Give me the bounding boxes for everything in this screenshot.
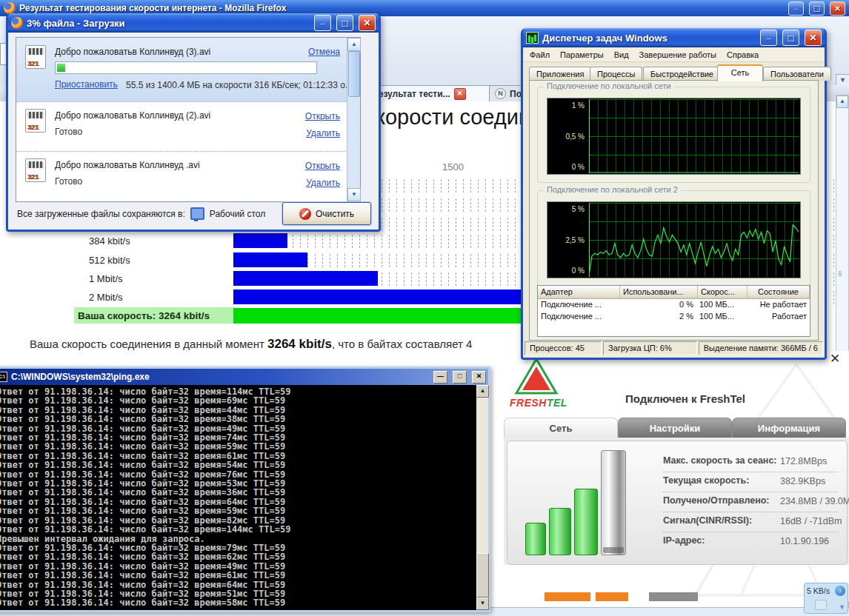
menu-view[interactable]: Вид bbox=[609, 50, 634, 59]
download-item[interactable]: Добро пожаловатьв Коллинвуд (2).avi Гото… bbox=[16, 101, 347, 152]
downloads-title: 3% файла - Загрузки bbox=[27, 18, 309, 29]
close-icon[interactable]: ✕ bbox=[828, 352, 842, 366]
task-manager-titlebar[interactable]: Диспетчер задач Windows bbox=[523, 28, 825, 47]
table-row[interactable]: Подключение ... 2 % 100 МБ... Работает bbox=[538, 311, 810, 323]
tab-network[interactable]: Сеть bbox=[717, 64, 763, 81]
col-speed[interactable]: Скорос... bbox=[698, 286, 748, 299]
open-link[interactable]: Открыть bbox=[305, 161, 340, 171]
stat-label: IP-адрес: bbox=[663, 535, 705, 546]
console-scrollbar[interactable]: ▲ ▼ bbox=[476, 385, 488, 610]
downloads-titlebar[interactable]: 3% файла - Загрузки bbox=[8, 13, 379, 33]
bar-2mbit bbox=[233, 289, 522, 304]
download-arrow-icon[interactable]: ↓ bbox=[835, 586, 845, 596]
open-link[interactable]: Открыть bbox=[305, 111, 340, 121]
lan2-group-title: Подключение по локальной сети 2 bbox=[544, 185, 681, 194]
delete-link[interactable]: Удалить bbox=[306, 178, 340, 188]
menu-help[interactable]: Справка bbox=[722, 50, 764, 59]
col-utilization[interactable]: Использовани... bbox=[620, 286, 698, 299]
close-button[interactable] bbox=[805, 30, 822, 46]
minimize-button[interactable] bbox=[788, 1, 804, 16]
console-titlebar[interactable]: C:\ C:\WINDOWS\system32\ping.exe — □ ✕ bbox=[0, 369, 488, 385]
scroll-down-icon[interactable]: ▼ bbox=[476, 597, 489, 610]
adapters-table: Адаптер Использовани... Скорос... Состоя… bbox=[537, 285, 810, 337]
lan1-graph: 1 % 0,5 % 0 % bbox=[547, 98, 801, 175]
tab-information[interactable]: Информация bbox=[732, 418, 846, 438]
result-prefix: Ваша скорость соединения в данный момент bbox=[30, 338, 267, 350]
tab-speedtest[interactable]: Результат тести... ✕ bbox=[367, 85, 499, 101]
stat-value: 172.8MBps bbox=[780, 456, 827, 466]
scroll-down-icon[interactable]: ▼ bbox=[347, 188, 361, 201]
cell-state: Не работает bbox=[745, 299, 810, 311]
tab-network[interactable]: Сеть bbox=[504, 418, 618, 438]
connection-status: Подключен к FreshTel bbox=[593, 392, 778, 405]
bar-label-512: 512 kbit/s bbox=[89, 255, 130, 266]
scroll-up-icon[interactable]: ▲ bbox=[476, 385, 489, 398]
downloads-footer: Все загруженные файлы сохраняются в: Раб… bbox=[17, 207, 265, 220]
download-status: 55.5 из 1400.4 МБ на скорости 316 КБ/сек… bbox=[126, 80, 353, 90]
scroll-up-icon[interactable]: ▲ bbox=[347, 38, 361, 51]
console-icon: C:\ bbox=[0, 372, 7, 382]
signal-bar-4 bbox=[601, 450, 626, 555]
close-button[interactable]: ✕ bbox=[472, 371, 486, 384]
tab-applications[interactable]: Приложения bbox=[529, 67, 591, 81]
maximize-button[interactable] bbox=[782, 30, 799, 46]
task-manager-title: Диспетчер задач Windows bbox=[542, 33, 755, 44]
download-filename: Добро пожаловатьв Коллинвуд .avi bbox=[55, 160, 200, 170]
scroll-up-icon[interactable]: ▲ bbox=[836, 96, 848, 108]
tab-users[interactable]: Пользователи bbox=[763, 67, 831, 81]
lan2-graph: 5 % 2,5 % 0 % bbox=[547, 201, 801, 278]
freshtel-logo bbox=[514, 357, 559, 395]
bar-1mbit bbox=[233, 271, 378, 286]
scrollbar-grip-icon[interactable]: ≡≡ bbox=[838, 272, 845, 278]
tab-performance[interactable]: Быстродействие bbox=[643, 67, 721, 81]
cell-state: Работает bbox=[745, 311, 810, 323]
bar-label-1mbit: 1 Mbit/s bbox=[89, 273, 123, 284]
close-button[interactable] bbox=[359, 15, 376, 31]
menu-file[interactable]: Файл bbox=[525, 50, 555, 59]
menu-shutdown[interactable]: Завершение работы bbox=[634, 50, 722, 59]
maximize-button[interactable] bbox=[336, 15, 353, 31]
stat-row: Текущая скорость: 382.9KBps bbox=[663, 472, 838, 492]
menu-options[interactable]: Параметры bbox=[555, 50, 609, 59]
firefox-icon bbox=[4, 2, 16, 14]
download-filename: Добро пожаловатьв Коллинвуд (3).avi bbox=[55, 47, 210, 57]
minimize-button[interactable]: — bbox=[433, 371, 447, 384]
pause-link[interactable]: Приостановить bbox=[55, 79, 118, 90]
downloads-scrollbar[interactable]: ▲ ▼ bbox=[347, 38, 360, 201]
close-button[interactable] bbox=[830, 1, 845, 16]
stat-row: Сигнал(CINR/RSSI): 16dB / -71dBm bbox=[663, 512, 838, 532]
chevron-down-icon[interactable]: ▼ bbox=[839, 603, 845, 611]
restore-button[interactable] bbox=[809, 1, 825, 16]
col-state[interactable]: Состояние bbox=[748, 286, 810, 299]
memory-usage: Выделение памяти: 366МБ / 6 bbox=[699, 341, 823, 355]
y-label: 0 % bbox=[547, 163, 585, 171]
download-item[interactable]: Добро пожаловатьв Коллинвуд .avi Готово … bbox=[16, 151, 347, 201]
scrollbar-thumb[interactable] bbox=[476, 553, 489, 597]
tab-close-icon[interactable]: ✕ bbox=[454, 88, 466, 100]
tab-settings[interactable]: Настройки bbox=[618, 418, 732, 438]
minimize-button[interactable] bbox=[760, 30, 777, 46]
tab-processes[interactable]: Процессы bbox=[590, 67, 642, 81]
console-line: Ответ от 91.198.36.14: число байт=32 вре… bbox=[0, 571, 476, 580]
processes-count: Процессов: 45 bbox=[525, 341, 602, 355]
scrollbar-thumb[interactable] bbox=[348, 51, 360, 97]
cancel-link[interactable]: Отмена bbox=[308, 47, 340, 57]
downloads-list: Добро пожаловатьв Коллинвуд (3).avi Отме… bbox=[16, 37, 361, 202]
minimize-button[interactable] bbox=[314, 15, 331, 31]
your-speed-label: Ваша скорость: 3264 kbit/s bbox=[74, 307, 235, 324]
col-adapter[interactable]: Адаптер bbox=[538, 286, 620, 299]
stats-card: Макс. скорость за сеанс: 172.8MBps Текущ… bbox=[507, 441, 848, 565]
delete-link[interactable]: Удалить bbox=[306, 128, 340, 138]
watermark-triangle bbox=[756, 361, 837, 421]
console-line: Ответ от 91.198.36.14: число байт=32 вре… bbox=[0, 506, 476, 515]
download-speed-widget[interactable]: 5 KB/s ↓ ▼ bbox=[804, 583, 848, 614]
table-row[interactable]: Подключение ... 0 % 100 МБ... Не работае… bbox=[538, 299, 810, 311]
cut-logo-orange bbox=[596, 592, 628, 601]
clear-downloads-button[interactable]: Очистить bbox=[282, 202, 371, 225]
video-file-icon bbox=[25, 109, 46, 133]
cpu-load: Загрузка ЦП: 6% bbox=[603, 341, 697, 355]
maximize-button[interactable]: □ bbox=[453, 371, 467, 384]
cell-adapter: Подключение ... bbox=[538, 311, 619, 323]
download-item-active[interactable]: Добро пожаловатьв Коллинвуд (3).avi Отме… bbox=[16, 38, 347, 102]
signal-bar-1 bbox=[525, 523, 546, 555]
